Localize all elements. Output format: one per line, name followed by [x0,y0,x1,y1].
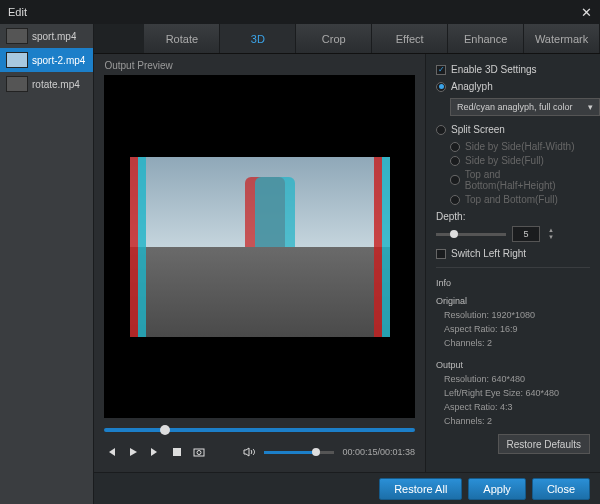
content: Output Preview [94,54,600,472]
enable-3d-label: Enable 3D Settings [451,64,537,75]
split-opt-row: Side by Side(Full) [450,155,590,166]
apply-button[interactable]: Apply [468,478,526,500]
snapshot-icon[interactable] [192,445,206,459]
file-item[interactable]: rotate.mp4 [0,72,93,96]
body: sport.mp4 sport-2.mp4 rotate.mp4 Rotate … [0,24,600,504]
thumbnail-icon [6,52,28,68]
split-label: Split Screen [451,124,505,135]
depth-label: Depth: [436,211,465,222]
volume-slider[interactable] [264,451,334,454]
output-header: Output [436,358,590,372]
switch-label: Switch Left Right [451,248,526,259]
chevron-down-icon: ▾ [588,102,593,112]
preview-image [130,157,390,337]
divider [436,267,590,268]
enable-3d-row[interactable]: ✓ Enable 3D Settings [436,64,590,75]
spinner-arrows[interactable]: ▲▼ [548,227,554,241]
tab-enhance[interactable]: Enhance [448,24,524,53]
thumbnail-icon [6,76,28,92]
info-line: Left/Right Eye Size: 640*480 [444,386,590,400]
info-section: Info Original Resolution: 1920*1080 Aspe… [436,276,590,428]
file-item[interactable]: sport.mp4 [0,24,93,48]
tab-crop[interactable]: Crop [296,24,372,53]
radio-icon [450,142,460,152]
checkbox-icon[interactable] [436,249,446,259]
info-line: Aspect Ratio: 4:3 [444,400,590,414]
settings-panel: ✓ Enable 3D Settings Anaglyph Red/cyan a… [425,54,600,472]
play-icon[interactable] [126,445,140,459]
file-item[interactable]: sport-2.mp4 [0,48,93,72]
titlebar: Edit ✕ [0,0,600,24]
anaglyph-dropdown[interactable]: Red/cyan anaglyph, full color ▾ [450,98,600,116]
close-button[interactable]: Close [532,478,590,500]
seek-row [104,422,415,438]
file-sidebar: sport.mp4 sport-2.mp4 rotate.mp4 [0,24,94,504]
thumbnail-icon [6,28,28,44]
split-options: Side by Side(Half-Width) Side by Side(Fu… [450,141,590,205]
info-line: Channels: 2 [444,414,590,428]
depth-thumb[interactable] [450,230,458,238]
seek-slider[interactable] [104,428,415,432]
radio-icon [450,156,460,166]
info-line: Aspect Ratio: 16:9 [444,322,590,336]
split-radio-row[interactable]: Split Screen [436,124,590,135]
restore-all-button[interactable]: Restore All [379,478,462,500]
depth-row: Depth: 5 ▲▼ [436,211,590,242]
tab-effect[interactable]: Effect [372,24,448,53]
radio-icon[interactable] [436,82,446,92]
tab-watermark[interactable]: Watermark [524,24,600,53]
svg-rect-0 [173,448,181,456]
file-name: sport-2.mp4 [32,55,85,66]
anaglyph-label: Anaglyph [451,81,493,92]
radio-icon [450,195,460,205]
player-controls: 00:00:15/00:01:38 [104,438,415,466]
close-icon[interactable]: ✕ [581,5,592,20]
seek-thumb[interactable] [160,425,170,435]
anaglyph-radio-row[interactable]: Anaglyph [436,81,590,92]
info-line: Channels: 2 [444,336,590,350]
file-name: sport.mp4 [32,31,76,42]
volume-icon[interactable] [242,445,256,459]
tabs: Rotate 3D Crop Effect Enhance Watermark [94,24,600,54]
preview-column: Output Preview [94,54,425,472]
split-opt-row: Top and Bottom(Full) [450,194,590,205]
time-display: 00:00:15/00:01:38 [342,447,415,457]
radio-icon[interactable] [436,125,446,135]
info-line: Resolution: 1920*1080 [444,308,590,322]
svg-point-2 [197,451,201,455]
split-opt-row: Side by Side(Half-Width) [450,141,590,152]
radio-icon [450,175,460,185]
switch-lr-row[interactable]: Switch Left Right [436,248,590,259]
dropdown-value: Red/cyan anaglyph, full color [457,102,573,112]
file-name: rotate.mp4 [32,79,80,90]
checkbox-icon[interactable]: ✓ [436,65,446,75]
footer: Restore All Apply Close [94,472,600,504]
depth-value[interactable]: 5 [512,226,540,242]
tab-rotate[interactable]: Rotate [144,24,220,53]
restore-defaults-button[interactable]: Restore Defaults [498,434,590,454]
depth-slider[interactable] [436,233,506,236]
window-title: Edit [8,6,27,18]
next-icon[interactable] [148,445,162,459]
volume-thumb[interactable] [312,448,320,456]
info-header: Info [436,276,590,290]
preview-area [104,75,415,418]
prev-icon[interactable] [104,445,118,459]
preview-label: Output Preview [104,60,415,71]
main-area: Rotate 3D Crop Effect Enhance Watermark … [94,24,600,504]
tab-3d[interactable]: 3D [220,24,296,53]
edit-window: Edit ✕ sport.mp4 sport-2.mp4 rotate.mp4 … [0,0,600,504]
stop-icon[interactable] [170,445,184,459]
split-opt-row: Top and Bottom(Half+Height) [450,169,590,191]
original-header: Original [436,294,590,308]
info-line: Resolution: 640*480 [444,372,590,386]
